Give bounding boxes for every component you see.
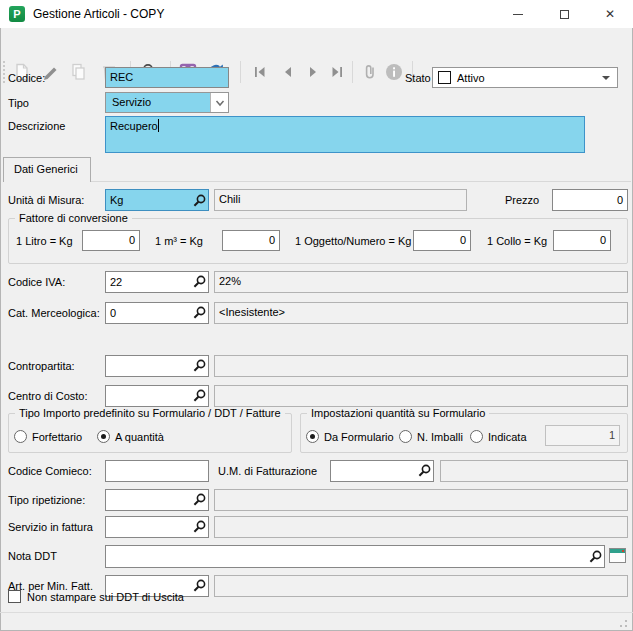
codice-label: Codice:	[8, 72, 45, 84]
radio-forfettario[interactable]	[14, 430, 27, 443]
previous-record-button[interactable]	[278, 62, 300, 82]
um-fatturazione-lookup[interactable]	[330, 460, 434, 482]
cat-merceologica-description: <Inesistente>	[214, 302, 628, 324]
search-icon[interactable]	[586, 549, 604, 565]
minimize-button[interactable]	[495, 0, 541, 28]
tipo-ripetizione-lookup[interactable]	[105, 489, 209, 511]
radio-indicata[interactable]	[470, 430, 483, 443]
tipo-value: Servizio	[106, 93, 210, 112]
tipo-label: Tipo	[8, 97, 29, 109]
oggetto-input[interactable]: 0	[413, 230, 471, 251]
servizio-in-fattura-description	[214, 516, 628, 538]
oggetto-label: 1 Oggetto/Numero = Kg	[295, 235, 411, 247]
search-icon[interactable]	[190, 190, 208, 210]
art-min-fatt-description	[214, 575, 628, 597]
prezzo-label: Prezzo	[505, 194, 539, 206]
last-record-button[interactable]	[327, 62, 349, 82]
first-record-button[interactable]	[250, 62, 272, 82]
codice-comieco-input[interactable]	[105, 460, 209, 482]
tipo-dropdown-button[interactable]	[210, 93, 228, 112]
app-icon: P	[9, 6, 25, 22]
impostazioni-quantita-title: Impostazioni quantità su Formulario	[307, 407, 489, 419]
maximize-button[interactable]	[541, 0, 587, 28]
da-formulario-label: Da Formulario	[324, 431, 394, 443]
unita-misura-lookup[interactable]: Kg	[105, 189, 209, 211]
codice-iva-lookup[interactable]: 22	[105, 271, 209, 293]
metro-cubo-input[interactable]: 0	[222, 230, 280, 251]
next-record-button[interactable]	[303, 62, 325, 82]
unita-misura-label: Unità di Misura:	[8, 194, 84, 206]
text-caret	[158, 119, 159, 132]
descrizione-label: Descrizione	[8, 120, 65, 132]
a-quantita-label: A quantità	[115, 431, 164, 443]
descrizione-textarea[interactable]: Recupero	[105, 116, 585, 153]
attachment-button[interactable]	[360, 62, 382, 82]
cat-merceologica-label: Cat. Merceologica:	[8, 307, 100, 319]
search-icon[interactable]	[190, 578, 208, 594]
resize-grip[interactable]	[625, 620, 627, 622]
chevron-down-icon	[214, 97, 226, 109]
um-fatturazione-description	[440, 460, 628, 482]
non-stampare-checkbox[interactable]	[8, 590, 21, 603]
servizio-in-fattura-lookup[interactable]	[105, 516, 209, 538]
search-icon[interactable]	[190, 274, 208, 290]
search-icon[interactable]	[190, 519, 208, 535]
paperclip-icon	[360, 62, 380, 82]
collo-input[interactable]: 0	[553, 230, 611, 251]
search-icon[interactable]	[190, 358, 208, 374]
litro-input[interactable]: 0	[82, 230, 140, 251]
litro-label: 1 Litro = Kg	[16, 235, 73, 247]
radio-a-quantita[interactable]	[97, 430, 110, 443]
fattore-conversione-title: Fattore di conversione	[15, 212, 132, 224]
title-bar: P Gestione Articoli - COPY ✕	[0, 0, 633, 28]
first-record-icon	[250, 62, 270, 82]
info-icon	[384, 62, 404, 82]
unita-misura-description: Chili	[214, 189, 467, 211]
indicata-label: Indicata	[488, 431, 527, 443]
cat-merceologica-lookup[interactable]: 0	[105, 302, 209, 324]
stato-value: Attivo	[451, 72, 602, 84]
codice-input[interactable]: REC	[105, 67, 229, 88]
tipo-importo-title: Tipo Importo predefinito su Formulario /…	[15, 407, 285, 419]
collo-label: 1 Collo = Kg	[487, 235, 547, 247]
chevron-down-icon	[602, 76, 610, 80]
next-record-icon	[303, 62, 323, 82]
prezzo-input[interactable]: 0	[552, 189, 628, 211]
forfettario-label: Forfettario	[32, 431, 82, 443]
radio-da-formulario[interactable]	[306, 430, 319, 443]
codice-iva-description: 22%	[214, 271, 628, 293]
servizio-in-fattura-label: Servizio in fattura	[8, 521, 93, 533]
toolbar-grip[interactable]	[3, 61, 6, 83]
non-stampare-label: Non stampare sui DDT di Uscita	[27, 591, 184, 603]
close-button[interactable]: ✕	[587, 0, 633, 28]
contropartita-label: Contropartita:	[8, 360, 75, 372]
minimize-icon	[513, 14, 523, 15]
previous-record-icon	[278, 62, 298, 82]
search-icon[interactable]	[190, 305, 208, 321]
copy-button[interactable]	[69, 62, 91, 82]
last-record-icon	[327, 62, 347, 82]
tipo-combobox[interactable]: Servizio	[105, 92, 229, 113]
bottom-divider	[0, 612, 633, 613]
nota-ddt-lookup[interactable]	[105, 545, 605, 568]
n-imballi-label: N. Imballi	[417, 431, 463, 443]
window-title: Gestione Articoli - COPY	[33, 7, 164, 21]
tab-dati-generici[interactable]: Dati Generici	[3, 157, 91, 182]
centro-costo-label: Centro di Costo:	[8, 390, 87, 402]
info-button[interactable]	[384, 62, 406, 82]
stato-label: Stato	[405, 72, 431, 84]
close-icon: ✕	[605, 8, 615, 20]
radio-n-imballi[interactable]	[399, 430, 412, 443]
search-icon[interactable]	[415, 463, 433, 479]
nota-ddt-open-window-button[interactable]	[609, 548, 626, 563]
gestione-articoli-window: P Gestione Articoli - COPY ✕	[0, 0, 633, 631]
search-icon[interactable]	[190, 492, 208, 508]
stato-color-swatch	[438, 71, 451, 84]
search-icon[interactable]	[190, 388, 208, 404]
centro-costo-lookup[interactable]	[105, 385, 209, 407]
tab-strip-line	[91, 181, 631, 182]
contropartita-lookup[interactable]	[105, 355, 209, 377]
copy-icon	[69, 62, 89, 82]
stato-combobox[interactable]: Attivo	[432, 67, 618, 88]
quantita-indicata-input[interactable]: 1	[545, 425, 620, 446]
